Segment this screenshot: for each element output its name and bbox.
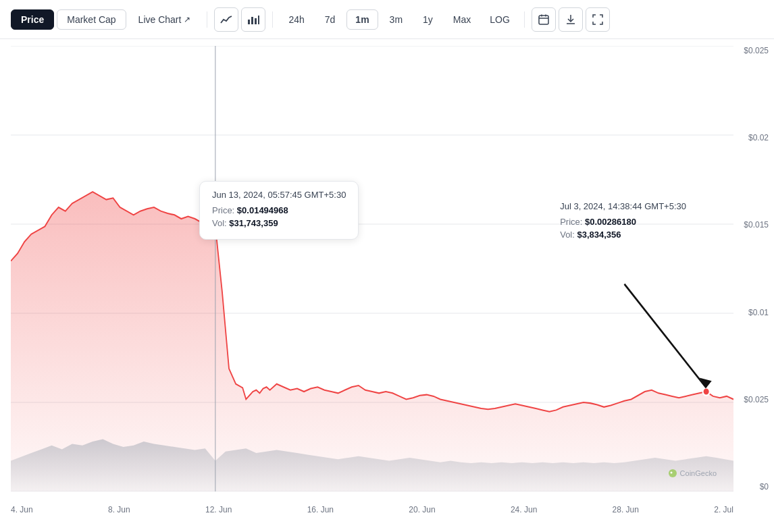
tooltip-jul3: Jul 3, 2024, 14:38:44 GMT+5:30 Price: $0… <box>560 201 686 242</box>
x-axis: 4. Jun 8. Jun 12. Jun 16. Jun 20. Jun 24… <box>11 505 733 525</box>
svg-point-21 <box>669 469 677 477</box>
tooltip1-date: Jun 13, 2024, 05:57:45 GMT+5:30 <box>212 190 346 200</box>
top-nav: Price Market Cap Live Chart ↗ 24h 7d 1m … <box>0 0 774 39</box>
external-link-icon: ↗ <box>184 15 190 24</box>
bar-chart-icon-btn[interactable] <box>241 7 265 32</box>
svg-rect-4 <box>539 16 548 24</box>
fullscreen-icon <box>592 14 603 25</box>
tooltip2-vol-value: $3,834,356 <box>577 230 621 240</box>
svg-rect-3 <box>258 16 259 24</box>
y-axis: $0.025 $0.02 $0.015 $0.01 $0.025 $0 <box>735 46 774 491</box>
log-btn[interactable]: LOG <box>482 9 517 30</box>
tooltip1-vol-value: $31,743,359 <box>229 218 278 228</box>
time-max[interactable]: Max <box>444 9 480 30</box>
x-label-16jun: 16. Jun <box>307 505 334 514</box>
x-label-24jun: 24. Jun <box>511 505 537 514</box>
x-label-8jun: 8. Jun <box>108 505 130 514</box>
y-label-0: $0 <box>760 482 769 491</box>
nav-separator2 <box>272 11 273 28</box>
nav-separator3 <box>524 11 525 28</box>
chart-container: Price Market Cap Live Chart ↗ 24h 7d 1m … <box>0 0 774 532</box>
svg-line-19 <box>624 284 706 388</box>
tab-price[interactable]: Price <box>11 9 54 30</box>
x-label-4jun: 4. Jun <box>11 505 33 514</box>
calendar-icon <box>538 14 549 25</box>
tab-market-cap[interactable]: Market Cap <box>57 9 126 30</box>
chart-area: $0.025 $0.02 $0.015 $0.01 $0.025 $0 <box>0 39 774 532</box>
live-chart-label: Live Chart <box>138 14 182 25</box>
x-label-20jun: 20. Jun <box>409 505 435 514</box>
tooltip1-price-value: $0.01494968 <box>237 205 288 215</box>
chart-svg-wrapper <box>11 46 733 491</box>
time-7d[interactable]: 7d <box>316 9 344 30</box>
calendar-btn[interactable] <box>532 7 556 32</box>
svg-point-22 <box>670 472 672 474</box>
tooltip-jun13: Jun 13, 2024, 05:57:45 GMT+5:30 Price: $… <box>199 181 359 240</box>
tooltip1-price-row: Price: $0.01494968 <box>212 205 346 215</box>
tooltip2-date: Jul 3, 2024, 14:38:44 GMT+5:30 <box>560 201 686 211</box>
tooltip2-price-label: Price: <box>560 217 582 227</box>
download-btn[interactable] <box>559 7 583 32</box>
nav-separator <box>207 11 207 28</box>
y-label-025: $0.025 <box>744 46 769 55</box>
svg-point-18 <box>703 388 710 395</box>
x-label-2jul: 2. Jul <box>714 505 733 514</box>
watermark-text: CoinGecko <box>680 469 717 477</box>
svg-rect-1 <box>251 17 253 24</box>
coingecko-logo-icon <box>668 469 677 478</box>
time-1m[interactable]: 1m <box>346 9 378 30</box>
price-chart <box>11 46 733 491</box>
tooltip1-vol-label: Vol: <box>212 218 227 228</box>
y-label-0025: $0.025 <box>744 395 769 404</box>
tooltip2-price-row: Price: $0.00286180 <box>560 217 686 227</box>
fullscreen-btn[interactable] <box>586 7 610 32</box>
x-label-28jun: 28. Jun <box>613 505 639 514</box>
tooltip1-price-label: Price: <box>212 205 234 215</box>
x-label-12jun: 12. Jun <box>205 505 232 514</box>
time-1y[interactable]: 1y <box>414 9 442 30</box>
svg-rect-2 <box>255 18 257 24</box>
time-24h[interactable]: 24h <box>280 9 313 30</box>
tab-live-chart[interactable]: Live Chart ↗ <box>129 10 201 29</box>
tooltip1-vol-row: Vol: $31,743,359 <box>212 218 346 228</box>
tooltip2-vol-label: Vol: <box>560 230 575 240</box>
time-3m[interactable]: 3m <box>381 9 411 30</box>
line-chart-icon-btn[interactable] <box>214 7 238 32</box>
svg-rect-0 <box>248 20 250 24</box>
y-label-020: $0.02 <box>748 133 769 142</box>
download-icon <box>565 14 576 25</box>
coingecko-watermark: CoinGecko <box>668 469 717 478</box>
tooltip2-vol-row: Vol: $3,834,356 <box>560 230 686 240</box>
tooltip2-price-value: $0.00286180 <box>585 217 636 227</box>
y-label-010: $0.01 <box>748 308 769 317</box>
bar-chart-icon <box>247 14 259 25</box>
line-chart-icon <box>220 15 232 24</box>
y-label-015: $0.015 <box>744 220 769 230</box>
